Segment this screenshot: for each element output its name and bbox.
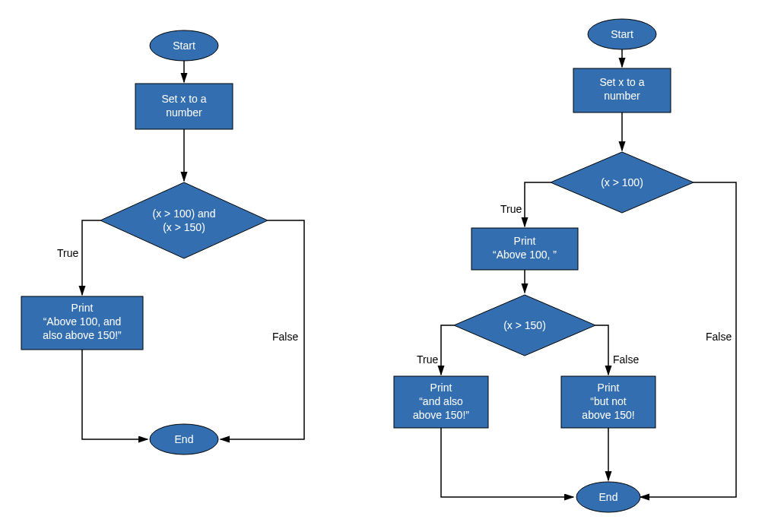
start-node: Start [150,30,218,61]
false-label: False [613,353,639,366]
decision-text: (x > 100) and [153,207,216,220]
process-text: Print [598,382,620,394]
process-text: Print [430,382,452,394]
end-node: End [150,424,218,454]
false-label: False [272,331,298,343]
decision-text: (x > 150) [163,221,205,233]
process-text: above 150! [582,409,634,421]
connector [82,350,148,439]
process-set-x: Set x to a number [573,68,671,112]
process-print: Print “Above 100, and also above 150!” [21,296,143,350]
connector-false [221,220,304,439]
decision-node: (x > 100) and (x > 150) [100,182,268,258]
process-text: “and also [419,395,463,407]
decision-text: (x > 150) [503,319,546,331]
process-text: also above 150!” [43,329,122,341]
process-text: Set x to a [599,76,644,88]
flowchart-right: Start Set x to a number (x > 100) True F… [394,19,736,512]
start-label: Start [611,28,633,40]
svg-marker-2 [100,182,268,258]
start-label: Start [173,40,195,52]
process-text: Set x to a [161,93,206,105]
connector-false [595,325,608,375]
true-label: True [57,247,78,259]
process-print-also-above150: Print “and also above 150!” [394,376,488,428]
decision-text: (x > 100) [601,176,643,188]
process-text: Print [71,302,94,314]
process-text: Print [514,235,536,247]
start-node: Start [588,19,656,49]
process-text: “but not [590,395,627,407]
process-text: “Above 100, and [43,315,122,328]
end-node: End [576,482,640,512]
true-label: True [417,353,438,366]
connector-true [525,182,551,226]
process-text: number [166,106,202,119]
decision-node-1: (x > 100) [551,152,694,213]
process-text: number [604,90,640,102]
process-text: “Above 100, ” [493,249,557,261]
connector-true [82,220,100,295]
process-text: above 150!” [413,409,469,421]
flowchart-diagram: Start Set x to a number (x > 100) and (x… [0,0,765,532]
false-label: False [706,331,732,343]
process-print-above100: Print “Above 100, ” [471,228,578,270]
process-print-not-above150: Print “but not above 150! [561,376,655,428]
end-label: End [175,433,194,445]
connector [441,428,573,497]
process-set-x: Set x to a number [135,84,233,129]
end-label: End [599,491,618,503]
flowchart-left: Start Set x to a number (x > 100) and (x… [21,30,304,454]
true-label: True [500,203,522,215]
connector-true [441,325,454,375]
